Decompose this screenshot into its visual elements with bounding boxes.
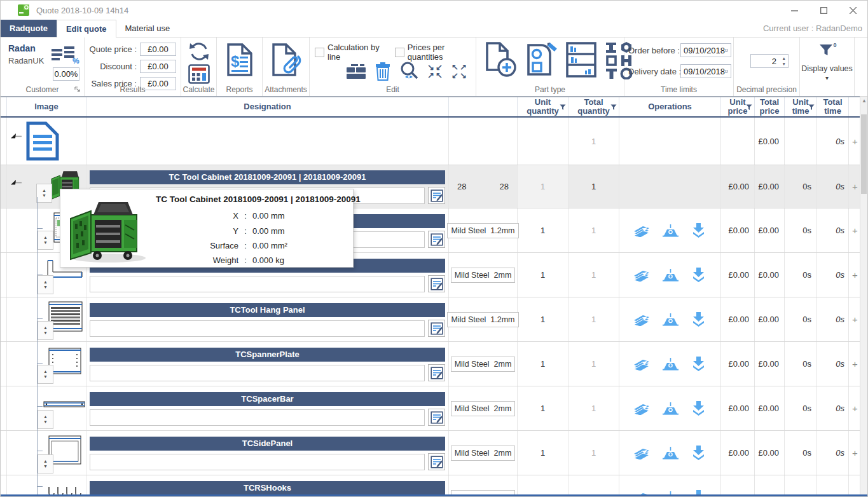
tab-edit-quote[interactable]: Edit quote [57,20,116,37]
unit-quantity-cell[interactable]: 1 [518,297,568,341]
reports-button[interactable]: $ Reports [217,37,263,96]
quantity-stepper[interactable]: ▲ ▼ [38,365,53,384]
header-unit-time[interactable]: Unit time [785,97,817,116]
stepper-down-icon[interactable]: ▼ [43,419,48,425]
new-part-icon[interactable] [484,41,517,78]
part-name-bar[interactable]: TCSpannerPlate [90,348,445,362]
operation-cut-icon[interactable] [633,224,651,237]
prices-per-quantities-checkbox[interactable]: Prices per quantities [395,43,476,62]
delete-trash-icon[interactable] [375,62,391,81]
stepper-up-icon[interactable]: ▲ [43,414,48,419]
material-chip[interactable]: Mild Steel 1.2mm [447,223,518,238]
operation-bend-icon[interactable] [662,268,679,282]
stock-shelves-icon[interactable] [565,41,597,78]
stepper-up-icon[interactable]: ▲ [43,369,48,374]
table-row-quote-root[interactable]: 1 £0.00 0s + [1,118,861,165]
quantity-stepper[interactable]: ▲ ▼ [38,321,53,340]
operation-cut-icon[interactable] [633,268,651,282]
stepper-down-icon[interactable]: ▼ [42,193,46,198]
operation-cut-icon[interactable] [633,446,651,460]
operation-cut-icon[interactable] [633,313,651,326]
material-chip[interactable]: Mild Steel 2mm [451,357,516,372]
notes-button[interactable] [428,364,445,381]
header-total-time[interactable]: Total time [817,97,849,116]
table-row-part[interactable]: ▲ ▼ TCSpannerPlate [1,342,861,386]
unit-quantity-cell[interactable]: 1 [518,253,568,297]
quote-price-input[interactable]: £0.00 [140,43,176,56]
quantity-stepper[interactable]: ▲ ▼ [38,454,53,473]
calculation-by-line-checkbox[interactable]: Calculation by line [315,43,389,62]
stepper-down-icon[interactable]: ▼ [43,374,48,379]
material-cell[interactable]: Mild Steel 2mm [449,342,518,386]
operation-unload-icon[interactable] [691,311,706,327]
spinner-up-icon[interactable]: ▲ [782,55,786,61]
material-cell[interactable]: Mild Steel 1.2mm [449,208,518,252]
quantity-stepper[interactable]: ▲ ▼ [38,231,53,250]
operation-unload-icon[interactable] [691,222,706,238]
customer-discount-input[interactable]: 0.00% [53,67,79,81]
stepper-up-icon[interactable]: ▲ [43,235,48,240]
comment-input[interactable] [90,320,425,337]
close-button[interactable] [838,1,867,20]
unit-quantity-cell[interactable]: 1 [518,342,568,386]
stepper-down-icon[interactable]: ▼ [43,240,48,245]
stepper-down-icon[interactable]: ▼ [43,330,48,336]
minimize-button[interactable] [780,1,809,20]
notes-button[interactable] [428,231,445,248]
header-total-price[interactable]: Total price [755,97,785,116]
part-name-bar[interactable]: TCRSHooks [90,481,445,495]
comment-input[interactable] [90,365,425,381]
operation-cut-icon[interactable] [633,357,651,371]
notes-button[interactable] [428,187,445,204]
operation-unload-icon[interactable] [691,356,706,372]
calendar-icon[interactable] [725,67,728,76]
header-designation[interactable]: Designation [86,97,449,116]
unit-quantity-cell[interactable]: 1 [518,165,568,208]
operation-cut-icon[interactable] [633,402,651,415]
collapse-all-icon[interactable]: ↘ ↙ ↗ ↖ [427,63,443,79]
customer-dialog-launcher-icon[interactable] [74,86,80,92]
attachments-button[interactable]: Attachments [263,37,310,96]
maximize-button[interactable] [809,1,838,20]
header-operations[interactable]: Operations [619,97,721,116]
delivery-date-input[interactable]: 09/10/2018 [680,64,731,78]
material-cell[interactable]: Mild Steel 2mm [449,386,518,430]
unit-quantity-cell[interactable]: 1 [518,208,568,252]
comment-input[interactable] [90,409,425,426]
header-total-quantity[interactable]: Total quantity [568,97,619,116]
stepper-up-icon[interactable]: ▲ [43,325,48,330]
nesting-bricks-icon[interactable] [345,64,367,79]
stepper-up-icon[interactable]: ▲ [43,459,48,464]
collapse-row-icon[interactable] [11,179,22,186]
filter-icon[interactable] [746,104,752,111]
material-chip[interactable]: Mild Steel 1.2mm [447,312,518,327]
preview-magnifier-icon[interactable] [399,62,419,81]
decimal-precision-spinner[interactable]: 2 ▲ ▼ [750,54,789,68]
header-unit-price[interactable]: Unit price [721,97,755,116]
expand-all-icon[interactable]: ↖ ↗ ↙ ↘ [451,63,467,79]
notes-button[interactable] [428,275,445,292]
filter-icon[interactable] [808,104,815,111]
stepper-down-icon[interactable]: ▼ [43,285,48,290]
stepper-up-icon[interactable]: ▲ [42,188,46,193]
header-material[interactable] [449,97,518,116]
filter-icon[interactable] [560,104,566,111]
unit-quantity-cell[interactable]: 1 [518,475,568,497]
operation-bend-icon[interactable] [662,224,679,238]
operation-bend-icon[interactable] [662,446,679,460]
scrollbar-thumb[interactable] [861,114,867,194]
notes-button[interactable] [428,320,445,337]
operation-unload-icon[interactable] [691,267,706,283]
quantity-stepper[interactable]: ▲ ▼ [38,275,53,294]
quantity-stepper[interactable]: ▲ ▼ [38,410,53,429]
edit-part-icon[interactable] [525,41,558,78]
operation-bend-icon[interactable] [662,402,679,416]
material-cell[interactable]: Mild Steel 2mm [449,253,518,297]
part-name-bar[interactable]: TCSpacerBar [90,392,445,406]
material-cell[interactable]: Mild Steel 2mm [449,431,518,475]
vertical-scrollbar[interactable]: ▲ [860,97,867,497]
calculate-button[interactable]: Calculate [181,37,217,96]
material-cell[interactable]: Mild Steel 1.2mm [449,297,518,341]
unit-quantity-cell[interactable] [518,118,568,165]
comment-input[interactable] [90,454,425,470]
